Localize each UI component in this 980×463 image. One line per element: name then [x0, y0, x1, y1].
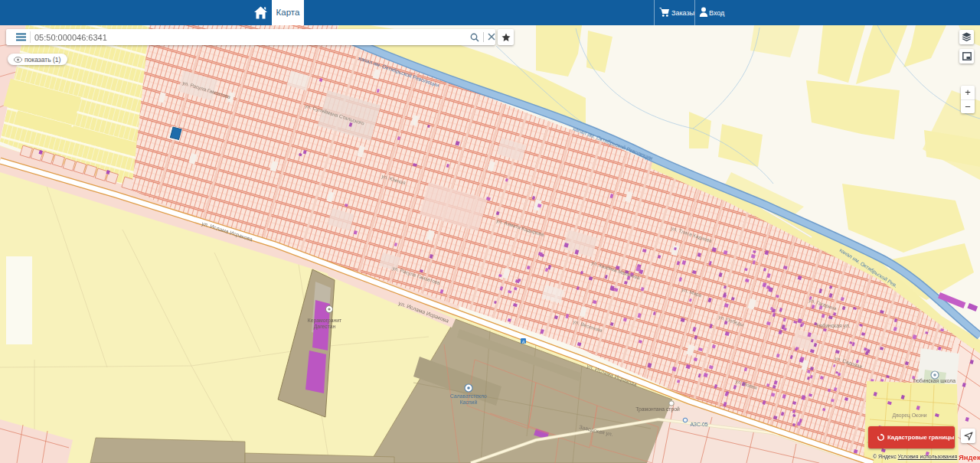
svg-text:Тюбинская школа: Тюбинская школа [913, 378, 956, 383]
svg-text:Каспий: Каспий [460, 399, 478, 405]
svg-text:АЗС-05: АЗС-05 [690, 422, 707, 427]
svg-text:Трамонтана строй: Трамонтана строй [635, 406, 680, 412]
svg-text:Дагестан: Дагестан [314, 324, 336, 330]
svg-text:Салаватстекло: Салаватстекло [450, 393, 487, 399]
svg-text:Тюбинская ул.: Тюбинская ул. [815, 323, 850, 329]
svg-text:Дворец Окони: Дворец Окони [893, 412, 927, 419]
svg-text:Керамогранит: Керамогранит [308, 318, 341, 324]
